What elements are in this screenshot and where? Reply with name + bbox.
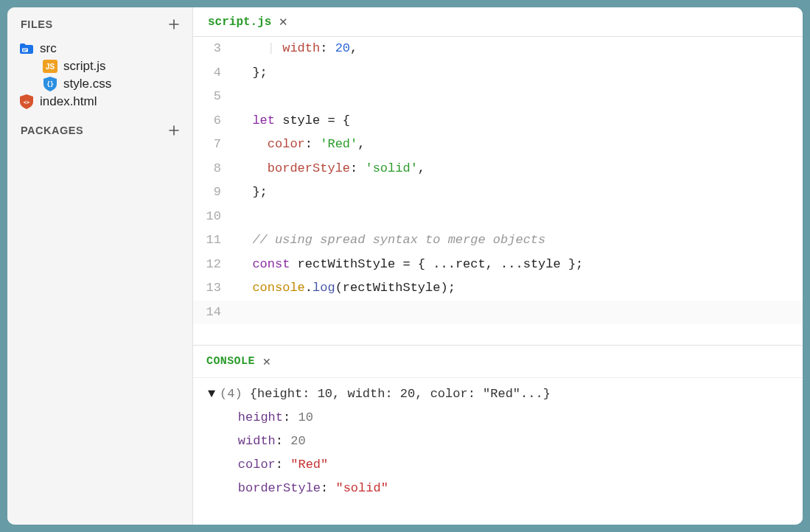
code-line[interactable]: 8 borderStyle: 'solid', — [193, 157, 803, 181]
sidebar: FILES srcJSscript.js{}style.css<>index.h… — [7, 7, 193, 525]
line-number: 3 — [193, 37, 237, 61]
code-text: | width: 20, — [237, 37, 803, 61]
svg-rect-2 — [23, 50, 26, 51]
svg-text:<>: <> — [24, 99, 29, 105]
code-text — [237, 301, 803, 325]
files-section-label: FILES — [21, 18, 53, 30]
close-tab-button[interactable]: ✕ — [279, 15, 288, 29]
html-file-icon: <> — [19, 95, 34, 108]
line-number: 7 — [193, 133, 237, 157]
packages-section-header: PACKAGES — [7, 118, 192, 146]
file-tree-item[interactable]: <>index.html — [13, 93, 186, 111]
console-panel: CONSOLE ✕ ▼(4) {height: 10, width: 20, c… — [193, 345, 803, 525]
line-number: 12 — [193, 253, 237, 277]
file-tree-item-label: style.css — [63, 77, 111, 91]
close-console-button[interactable]: ✕ — [262, 356, 271, 368]
line-number: 10 — [193, 205, 237, 229]
file-tree-item-label: src — [40, 41, 57, 56]
main-area: script.js ✕ 3 | width: 20,4 };5 6 let st… — [193, 7, 803, 525]
code-text: }; — [237, 61, 803, 85]
code-text: borderStyle: 'solid', — [237, 157, 803, 181]
code-text — [237, 85, 803, 109]
line-number: 11 — [193, 228, 237, 253]
console-log-property: borderStyle: "solid" — [208, 477, 788, 500]
tab-label: script.js — [208, 15, 271, 29]
tab-script-js[interactable]: script.js ✕ — [200, 7, 296, 36]
file-tree-item[interactable]: {}style.css — [13, 75, 186, 93]
code-line[interactable]: 11 // using spread syntax to merge objec… — [193, 228, 803, 253]
code-line[interactable]: 5 — [193, 85, 803, 109]
file-tree-item[interactable]: JSscript.js — [13, 57, 186, 75]
code-line[interactable]: 10 — [193, 205, 803, 229]
file-tree: srcJSscript.js{}style.css<>index.html — [7, 40, 192, 118]
disclosure-triangle-icon[interactable]: ▼ — [208, 382, 220, 406]
tab-bar: script.js ✕ — [193, 7, 803, 37]
console-log-summary[interactable]: ▼(4) {height: 10, width: 20, color: "Red… — [208, 382, 788, 406]
code-line[interactable]: 13 console.log(rectWithStyle); — [193, 276, 803, 301]
files-section-header: FILES — [7, 12, 192, 40]
code-text: const rectWithStyle = { ...rect, ...styl… — [237, 253, 803, 277]
svg-rect-0 — [22, 49, 28, 52]
file-tree-item-label: index.html — [40, 94, 97, 109]
js-file-icon: JS — [43, 60, 57, 73]
packages-section-label: PACKAGES — [21, 125, 83, 136]
editor-window: FILES srcJSscript.js{}style.css<>index.h… — [7, 7, 803, 525]
code-line[interactable]: 6 let style = { — [193, 109, 803, 133]
line-number: 8 — [193, 157, 237, 181]
code-text: console.log(rectWithStyle); — [237, 276, 803, 301]
console-log-property: color: "Red" — [208, 453, 788, 477]
code-text: color: 'Red', — [237, 133, 803, 157]
code-text — [237, 205, 803, 229]
console-output[interactable]: ▼(4) {height: 10, width: 20, color: "Red… — [193, 378, 803, 525]
console-header: CONSOLE ✕ — [193, 346, 803, 378]
file-tree-item[interactable]: src — [13, 40, 186, 57]
code-text: }; — [237, 181, 803, 205]
line-number: 13 — [193, 276, 237, 301]
line-number: 14 — [193, 301, 237, 325]
code-line[interactable]: 4 }; — [193, 61, 803, 85]
line-number: 5 — [193, 85, 237, 109]
folder-icon — [19, 42, 34, 55]
console-title: CONSOLE — [206, 355, 255, 368]
line-number: 6 — [193, 109, 237, 133]
console-log-property: width: 20 — [208, 430, 788, 453]
console-log-property: height: 10 — [208, 406, 788, 430]
svg-rect-1 — [23, 49, 27, 50]
code-editor[interactable]: 3 | width: 20,4 };5 6 let style = {7 col… — [193, 37, 803, 345]
add-package-button[interactable] — [166, 122, 182, 139]
code-line[interactable]: 12 const rectWithStyle = { ...rect, ...s… — [193, 253, 803, 277]
code-text: // using spread syntax to merge objects — [237, 228, 803, 253]
line-number: 9 — [193, 181, 237, 205]
add-file-button[interactable] — [166, 16, 182, 32]
code-line[interactable]: 9 }; — [193, 181, 803, 205]
code-line[interactable]: 3 | width: 20, — [193, 37, 803, 61]
code-line[interactable]: 14 — [193, 301, 803, 325]
plus-icon — [169, 125, 179, 136]
line-number: 4 — [193, 61, 237, 85]
file-tree-item-label: script.js — [63, 59, 106, 74]
code-line[interactable]: 7 color: 'Red', — [193, 133, 803, 157]
plus-icon — [169, 19, 179, 29]
svg-text:{}: {} — [46, 81, 54, 88]
code-text: let style = { — [237, 109, 803, 133]
css-file-icon: {} — [43, 77, 57, 91]
